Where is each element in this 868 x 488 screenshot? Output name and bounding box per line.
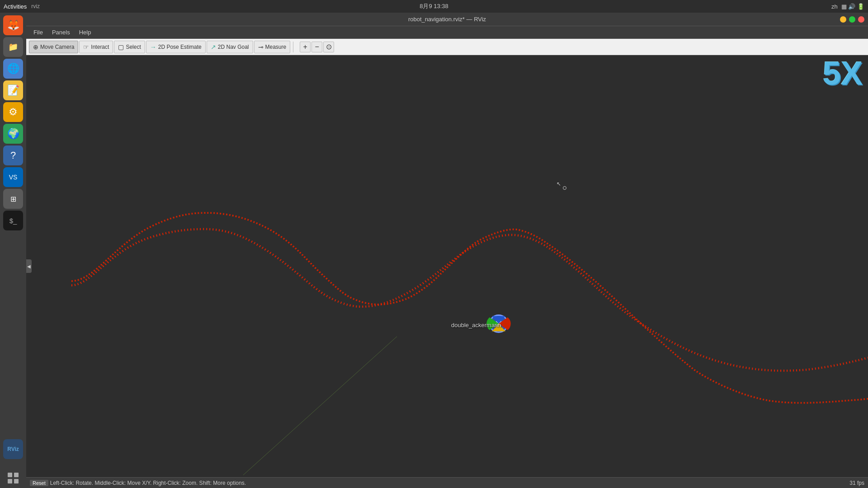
svg-rect-0 (8, 473, 12, 477)
system-tray: ▦ 🔊 🔋 (841, 3, 864, 10)
pose-icon: → (150, 43, 156, 51)
tool-interact[interactable]: ☞ Interact (79, 41, 113, 53)
guide-line (243, 337, 397, 475)
tool-nav-goal-label: 2D Nav Goal (218, 44, 249, 50)
maximize-button[interactable] (849, 16, 855, 23)
menu-panels[interactable]: Panels (47, 28, 75, 37)
tool-move-camera[interactable]: ⊕ Move Camera (29, 41, 78, 53)
system-taskbar: Activities rviz 8月9 13:38 zh ▦ 🔊 🔋 (0, 0, 868, 13)
tool-interact-label: Interact (91, 44, 109, 50)
measure-icon: ⊸ (258, 43, 264, 51)
application-dock: 🦊 📁 🌐 📝 ⚙ 🌍 ? VS ⊞ $_ RViz (0, 13, 26, 488)
dock-icon-grid[interactable]: ⊞ (3, 189, 23, 209)
activities-button[interactable]: Activities (4, 3, 27, 10)
tool-nav-goal[interactable]: ↗ 2D Nav Goal (207, 41, 253, 53)
reset-button[interactable]: Reset (30, 480, 48, 486)
dock-icon-terminal[interactable]: $_ (3, 211, 23, 230)
svg-rect-2 (8, 479, 12, 483)
language-indicator: zh (831, 3, 838, 10)
tool-select-label: Select (126, 44, 141, 50)
tool-measure[interactable]: ⊸ Measure (254, 41, 291, 53)
svg-rect-3 (14, 479, 19, 483)
svg-rect-1 (14, 473, 19, 477)
interact-icon: ☞ (83, 43, 89, 51)
dock-icon-vscode[interactable]: VS (3, 167, 23, 187)
tool-measure-label: Measure (265, 44, 287, 50)
dock-icon-files[interactable]: 📁 (3, 37, 23, 57)
select-icon: ▢ (118, 43, 124, 51)
dock-icon-firefox[interactable]: 🦊 (3, 15, 23, 35)
dock-icon-notes[interactable]: 📝 (3, 80, 23, 100)
path-visualization (26, 55, 868, 477)
close-button[interactable] (858, 16, 864, 23)
window-title: robot_navigation.rviz* — RViz (408, 16, 486, 23)
toolbar: ⊕ Move Camera ☞ Interact ▢ Select → 2D P… (26, 39, 868, 55)
system-clock: 8月9 13:38 (420, 3, 448, 9)
status-bar: Reset Left-Click: Rotate. Middle-Click: … (26, 477, 868, 488)
fps-counter: 31 fps (849, 480, 864, 486)
dock-icon-help[interactable]: ? (3, 145, 23, 165)
zoom-out-button[interactable]: − (311, 42, 322, 52)
title-bar: robot_navigation.rviz* — RViz (26, 13, 868, 26)
status-hint: Left-Click: Rotate. Middle-Click: Move X… (50, 480, 848, 486)
tool-move-camera-label: Move Camera (40, 44, 74, 50)
camera-type-button[interactable]: ⊙ (323, 42, 334, 52)
nav-icon: ↗ (211, 43, 216, 51)
menu-help[interactable]: Help (75, 28, 96, 37)
move-camera-icon: ⊕ (33, 43, 38, 51)
dock-icon-browser[interactable]: 🌐 (3, 59, 23, 79)
tool-pose-estimate[interactable]: → 2D Pose Estimate (146, 41, 206, 53)
dock-icon-globe[interactable]: 🌍 (3, 124, 23, 144)
rviz-window: robot_navigation.rviz* — RViz File Panel… (26, 13, 868, 488)
minimize-button[interactable] (840, 16, 846, 23)
zoom-in-button[interactable]: + (300, 42, 311, 52)
menu-file[interactable]: File (29, 28, 47, 37)
toolbar-separator (293, 42, 293, 52)
menu-bar: File Panels Help (26, 26, 868, 39)
dock-icon-settings[interactable]: ⚙ (3, 102, 23, 122)
tool-select[interactable]: ▢ Select (114, 41, 145, 53)
viewport[interactable]: ◀ double_ackermann ↖ 5X (26, 55, 868, 477)
dock-icon-rviz[interactable]: RViz (3, 439, 23, 459)
app-indicator[interactable]: rviz (31, 3, 40, 9)
tool-pose-label: 2D Pose Estimate (158, 44, 202, 50)
dock-grid-button[interactable] (3, 468, 23, 488)
zoom-controls: + − ⊙ (300, 42, 334, 52)
